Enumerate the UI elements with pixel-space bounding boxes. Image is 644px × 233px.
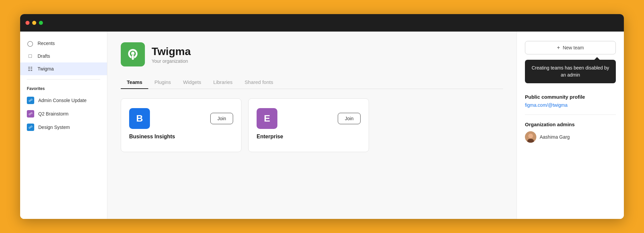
- org-logo-icon: [125, 47, 140, 62]
- org-logo: [121, 42, 145, 66]
- app-body: ◯ Recents □ Drafts ☷ Twigma Favorites ☍ …: [20, 32, 624, 219]
- file-icon: □: [27, 53, 34, 59]
- admin-avatar: [525, 131, 536, 143]
- team-card-top-e: E Join: [257, 108, 361, 129]
- close-dot[interactable]: [25, 21, 30, 25]
- sidebar-item-label: Twigma: [38, 66, 54, 72]
- minimize-dot[interactable]: [32, 21, 36, 25]
- sidebar-item-label: Recents: [38, 41, 55, 46]
- tab-plugins[interactable]: Plugins: [148, 76, 177, 89]
- fav-icon-q2: ☍: [27, 110, 34, 118]
- admin-avatar-img: [525, 131, 536, 143]
- fav-icon-design: ☍: [27, 124, 34, 131]
- sidebar-item-recents[interactable]: ◯ Recents: [20, 37, 107, 50]
- tabs-row: Teams Plugins Widgets Libraries Shared f…: [121, 76, 503, 89]
- join-button-business[interactable]: Join: [210, 113, 233, 124]
- team-avatar-b: B: [129, 108, 150, 129]
- sidebar-divider: [27, 79, 100, 80]
- svg-rect-0: [132, 55, 134, 60]
- team-name-business: Business Insights: [129, 134, 233, 140]
- tab-libraries[interactable]: Libraries: [207, 76, 239, 89]
- team-card-enterprise: E Join Enterprise: [248, 98, 369, 152]
- team-card-business: B Join Business Insights: [121, 98, 241, 152]
- new-team-wrapper: + New team Creating teams has been disab…: [525, 41, 616, 91]
- tooltip-text: Creating teams has been disabled by an a…: [532, 65, 609, 78]
- team-avatar-e: E: [257, 108, 277, 129]
- team-name-enterprise: Enterprise: [257, 134, 361, 140]
- sidebar-item-label: Q2 Brainstorm: [38, 111, 68, 116]
- sidebar-item-label: Design System: [38, 125, 70, 130]
- sidebar-item-admin-console[interactable]: ☍ Admin Console Update: [20, 94, 107, 107]
- new-team-button[interactable]: + New team: [525, 41, 616, 54]
- main-content: Twigma Your organization Teams Plugins W…: [107, 32, 517, 219]
- maximize-dot[interactable]: [39, 21, 43, 25]
- org-name: Twigma: [152, 45, 191, 58]
- app-window: ◯ Recents □ Drafts ☷ Twigma Favorites ☍ …: [20, 14, 624, 219]
- plus-icon: +: [557, 45, 560, 51]
- sidebar-item-label: Drafts: [38, 53, 50, 59]
- favorites-heading: Favorites: [20, 84, 107, 94]
- org-info: Twigma Your organization: [152, 45, 191, 64]
- fav-icon-admin: ☍: [27, 97, 34, 104]
- profile-section: Public community profile figma.com/@twig…: [525, 94, 616, 108]
- sidebar: ◯ Recents □ Drafts ☷ Twigma Favorites ☍ …: [20, 32, 107, 219]
- right-panel: + New team Creating teams has been disab…: [517, 32, 624, 219]
- org-header: Twigma Your organization: [121, 42, 503, 66]
- profile-section-title: Public community profile: [525, 94, 616, 100]
- sidebar-item-label: Admin Console Update: [38, 98, 87, 103]
- admin-row: Aashima Garg: [525, 131, 616, 143]
- sidebar-item-twigma[interactable]: ☷ Twigma: [20, 62, 107, 75]
- admins-title: Organization admins: [525, 122, 616, 127]
- profile-link[interactable]: figma.com/@twigma: [525, 102, 616, 108]
- main-inner: Twigma Your organization Teams Plugins W…: [107, 32, 517, 163]
- tooltip-box: Creating teams has been disabled by an a…: [525, 60, 616, 83]
- svg-point-2: [528, 134, 533, 138]
- clock-icon: ◯: [27, 40, 34, 47]
- grid-icon: ☷: [27, 65, 34, 72]
- team-card-top: B Join: [129, 108, 233, 129]
- sidebar-item-drafts[interactable]: □ Drafts: [20, 50, 107, 62]
- titlebar: [20, 14, 624, 32]
- sidebar-item-q2-brainstorm[interactable]: ☍ Q2 Brainstorm: [20, 107, 107, 121]
- join-button-enterprise[interactable]: Join: [338, 113, 361, 124]
- new-team-label: New team: [563, 45, 584, 50]
- sidebar-item-design-system[interactable]: ☍ Design System: [20, 121, 107, 134]
- admin-name: Aashima Garg: [540, 134, 570, 140]
- tab-shared-fonts[interactable]: Shared fonts: [238, 76, 279, 89]
- section-divider: [525, 114, 616, 115]
- tab-teams[interactable]: Teams: [121, 76, 148, 89]
- tab-widgets[interactable]: Widgets: [177, 76, 207, 89]
- org-subtitle: Your organization: [152, 58, 191, 64]
- teams-grid: B Join Business Insights E Join Enterpri…: [121, 98, 503, 152]
